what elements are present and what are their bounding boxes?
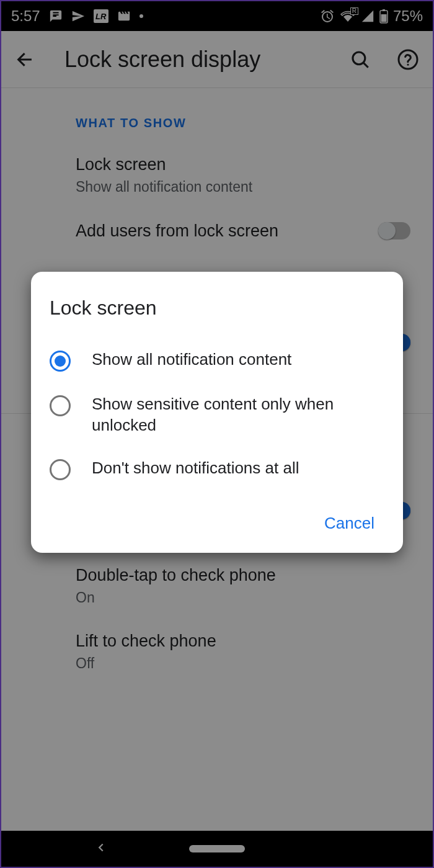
radio-label: Don't show notifications at all bbox=[92, 458, 299, 479]
dialog-lock-screen: Lock screen Show all notification conten… bbox=[31, 272, 403, 553]
radio-label: Show sensitive content only when unlocke… bbox=[92, 394, 384, 436]
dialog-title: Lock screen bbox=[50, 297, 384, 320]
dialog-scrim[interactable]: Lock screen Show all notification conten… bbox=[1, 1, 433, 867]
radio-icon bbox=[50, 459, 71, 480]
radio-option-show-all[interactable]: Show all notification content bbox=[50, 338, 384, 383]
radio-option-sensitive[interactable]: Show sensitive content only when unlocke… bbox=[50, 383, 384, 447]
cancel-button[interactable]: Cancel bbox=[314, 509, 384, 538]
radio-icon bbox=[50, 351, 71, 372]
radio-label: Show all notification content bbox=[92, 349, 291, 370]
radio-option-none[interactable]: Don't show notifications at all bbox=[50, 447, 384, 491]
radio-icon bbox=[50, 395, 71, 416]
